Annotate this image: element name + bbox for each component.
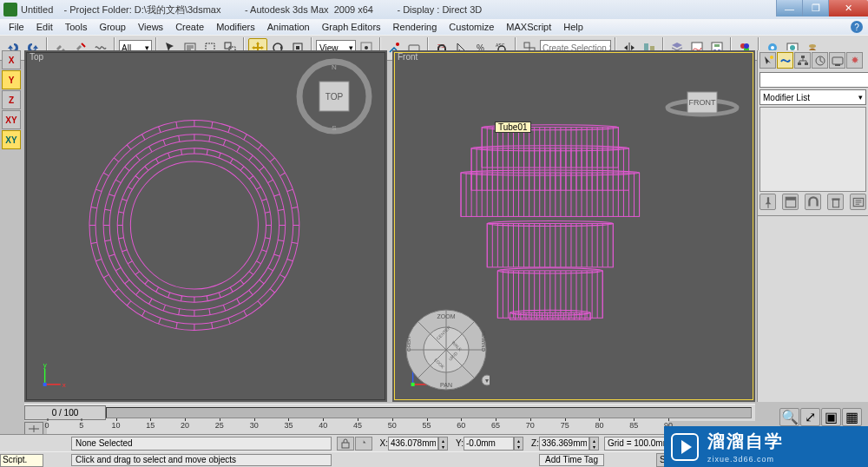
close-button[interactable]: ✕ [828,0,868,16]
make-unique-button[interactable] [805,194,821,210]
modifier-list-dropdown[interactable]: Modifier List [760,89,866,105]
menu-views[interactable]: Views [133,21,168,33]
menu-file[interactable]: File [3,21,30,33]
maximize-button[interactable]: ❐ [802,0,828,16]
y-spinner[interactable]: ▴▾ [514,437,523,451]
cp-tab-motion[interactable] [812,52,828,69]
svg-line-105 [179,135,180,141]
svg-line-125 [181,296,182,301]
svg-line-147 [249,176,253,180]
restrict-xy-button[interactable]: XY [2,110,21,129]
show-end-result-button[interactable] [782,194,799,210]
cp-tab-modify[interactable] [777,52,793,69]
svg-text:FRONT: FRONT [689,98,716,107]
cp-tab-display[interactable] [829,52,845,69]
menu-bar: File Edit Tools Group Views Create Modif… [0,19,868,35]
command-panel-tabs [758,50,868,70]
time-slider[interactable]: 0 / 100 [24,404,755,421]
configure-sets-button[interactable] [850,194,866,210]
viewport-front[interactable]: Front x z Tube01 FRONT [392,50,755,402]
watermark-overlay: 溜溜自学 zixue.3d66.com [664,426,868,467]
menu-grapheditors[interactable]: Graph Editors [317,21,386,33]
viewcube-front[interactable]: FRONT [663,57,741,118]
svg-line-109 [237,147,240,152]
restrict-x-button[interactable]: X [2,50,21,69]
svg-line-63 [95,189,102,191]
viewcube-top[interactable]: N S TOP [295,57,373,135]
menu-rendering[interactable]: Rendering [388,21,443,33]
svg-line-82 [268,267,273,271]
selection-lock-button[interactable] [337,437,354,451]
cp-tab-hierarchy[interactable] [794,52,811,69]
svg-line-69 [176,122,177,128]
menu-tools[interactable]: Tools [60,21,93,33]
x-spinner[interactable]: ▴▾ [438,437,448,451]
play-logo-icon [671,433,699,461]
menu-group[interactable]: Group [94,21,131,33]
steering-wheel[interactable]: ZOOM PAN ORBIT REWIND CENTER WALK LOOK U… [403,306,490,393]
pin-stack-button[interactable] [760,194,776,210]
svg-line-146 [240,167,244,171]
window-controls: — ❐ ✕ [776,0,868,16]
object-tooltip: Tube01 [495,122,531,133]
menu-customize[interactable]: Customize [444,21,499,33]
cp-tab-create[interactable] [760,52,776,69]
menu-edit[interactable]: Edit [31,21,58,33]
svg-line-111 [260,167,264,171]
svg-text:N: N [332,63,337,71]
prompt-text: Click and drag to select and move object… [71,454,332,466]
remove-modifier-button[interactable] [827,194,844,210]
rollout-area[interactable] [758,215,868,354]
zoom-button[interactable]: 🔍 [779,408,799,426]
zoom-all-button[interactable]: ⤢ [800,408,820,426]
maxscript-listener-tab[interactable]: Script. [0,454,43,467]
time-slider-rail[interactable] [106,407,752,418]
menu-help[interactable]: Help [558,21,589,33]
svg-line-76 [279,173,285,176]
svg-line-86 [223,305,225,311]
svg-line-143 [207,149,207,155]
viewport-area: Top [24,50,755,402]
zoom-extents-button[interactable]: ▣ [821,408,841,426]
z-input[interactable] [539,437,589,451]
svg-point-37 [130,161,258,289]
z-spinner[interactable]: ▴▾ [589,437,599,451]
object-name-input[interactable] [760,72,868,88]
help-icon[interactable]: ? [851,21,863,33]
svg-point-27 [771,46,774,49]
menu-modifiers[interactable]: Modifiers [211,21,260,33]
svg-text:PAN: PAN [440,382,452,388]
svg-line-84 [249,290,253,294]
x-label: X: [378,438,388,448]
minimize-button[interactable]: — [776,0,802,16]
svg-line-75 [270,158,274,162]
svg-rect-6 [296,46,299,49]
restrict-z-button[interactable]: Z [2,90,21,109]
restrict-y-button[interactable]: Y [2,70,21,89]
menu-animation[interactable]: Animation [262,21,315,33]
app-icon [3,3,17,16]
svg-text:ZOOM: ZOOM [437,313,456,319]
trackbar-ruler[interactable]: 051015202530354045505560657075808590 [47,421,668,434]
watermark-brand: 溜溜自学 [707,431,784,451]
modifier-stack[interactable] [760,107,866,192]
svg-line-119 [249,272,253,275]
svg-line-60 [91,242,97,243]
add-time-tag-button[interactable]: Add Time Tag [539,454,604,466]
y-input[interactable] [464,437,514,451]
svg-line-114 [278,209,284,210]
time-slider-thumb[interactable]: 0 / 100 [24,405,106,420]
menu-maxscript[interactable]: MAXScript [501,21,556,33]
viewport-top[interactable]: Top [24,50,387,402]
menu-create[interactable]: Create [170,21,209,33]
x-input[interactable] [388,437,438,451]
cp-tab-utilities[interactable] [846,52,863,69]
svg-line-135 [122,199,128,201]
svg-line-83 [260,280,264,284]
restrict-plane-button[interactable]: XY [2,130,21,149]
abs-rel-toggle[interactable] [355,437,372,451]
svg-line-98 [105,209,111,210]
zoom-extents-all-button[interactable]: ▦ [842,408,862,426]
svg-point-36 [122,154,266,297]
svg-rect-14 [524,43,529,48]
